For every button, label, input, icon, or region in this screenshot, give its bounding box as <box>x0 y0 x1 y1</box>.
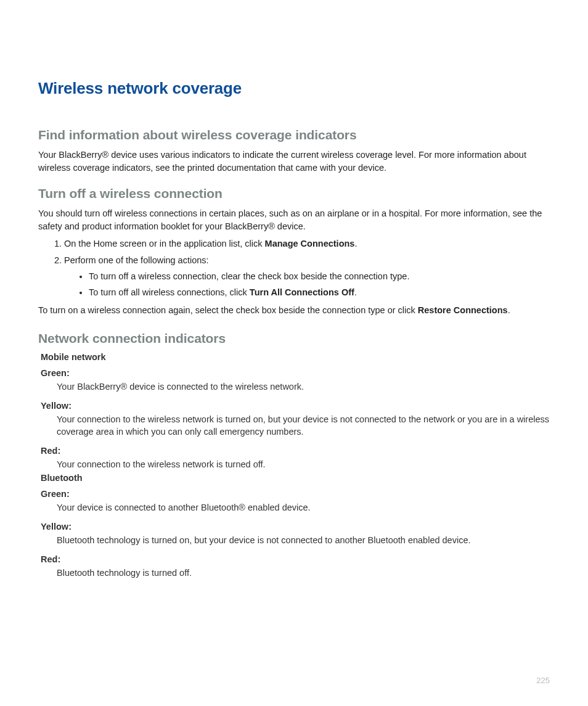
substep-item: To turn off all wireless connections, cl… <box>89 286 550 298</box>
substeps-list: To turn off a wireless connection, clear… <box>64 270 550 299</box>
section-heading-indicators: Network connection indicators <box>38 331 550 346</box>
indicator-label-yellow: Yellow <box>41 401 550 411</box>
substep-text: To turn off all wireless connections, cl… <box>89 287 250 297</box>
indicator-label-green: Green <box>41 368 550 378</box>
afterlist-bold: Restore Connections <box>418 305 508 315</box>
indicator-desc: Your BlackBerry® device is connected to … <box>57 380 550 393</box>
section-body-turn-off: You should turn off wireless connections… <box>38 207 550 232</box>
indicator-group-bluetooth: Bluetooth <box>41 473 550 483</box>
step-text: On the Home screen or in the application… <box>64 239 265 248</box>
indicator-group-mobile: Mobile network <box>41 352 550 362</box>
indicator-label-red: Red <box>41 554 550 564</box>
substep-bold: Turn All Connections Off <box>250 287 354 297</box>
indicator-desc: Your device is connected to another Blue… <box>57 501 550 514</box>
substep-text: To turn off a wireless connection, clear… <box>89 271 409 281</box>
step-bold: Manage Connections <box>265 239 355 248</box>
substep-item: To turn off a wireless connection, clear… <box>89 270 550 282</box>
indicator-label-yellow: Yellow <box>41 522 550 532</box>
step-item: On the Home screen or in the application… <box>64 237 550 250</box>
steps-list: On the Home screen or in the application… <box>38 237 550 298</box>
step-item: Perform one of the following actions: To… <box>64 254 550 299</box>
indicator-desc: Bluetooth technology is turned on, but y… <box>57 534 550 547</box>
section-heading-find-info: Find information about wireless coverage… <box>38 128 550 142</box>
indicator-desc: Your connection to the wireless network … <box>57 458 550 471</box>
page-number: 225 <box>536 676 550 685</box>
substep-post: . <box>354 287 357 297</box>
indicator-label-red: Red <box>41 446 550 456</box>
section-heading-turn-off: Turn off a wireless connection <box>38 186 550 201</box>
indicator-label-green: Green <box>41 489 550 499</box>
page-title: Wireless network coverage <box>38 79 550 98</box>
afterlist-pre: To turn on a wireless connection again, … <box>38 305 418 315</box>
afterlist-post: . <box>508 305 510 315</box>
indicator-desc: Your connection to the wireless network … <box>57 413 550 438</box>
step-post: . <box>354 239 357 248</box>
afterlist-text: To turn on a wireless connection again, … <box>38 304 550 317</box>
indicator-desc: Bluetooth technology is turned off. <box>57 567 550 580</box>
page-content: Wireless network coverage Find informati… <box>0 0 588 579</box>
step-text: Perform one of the following actions: <box>64 255 209 265</box>
section-body-find-info: Your BlackBerry® device uses various ind… <box>38 149 550 174</box>
